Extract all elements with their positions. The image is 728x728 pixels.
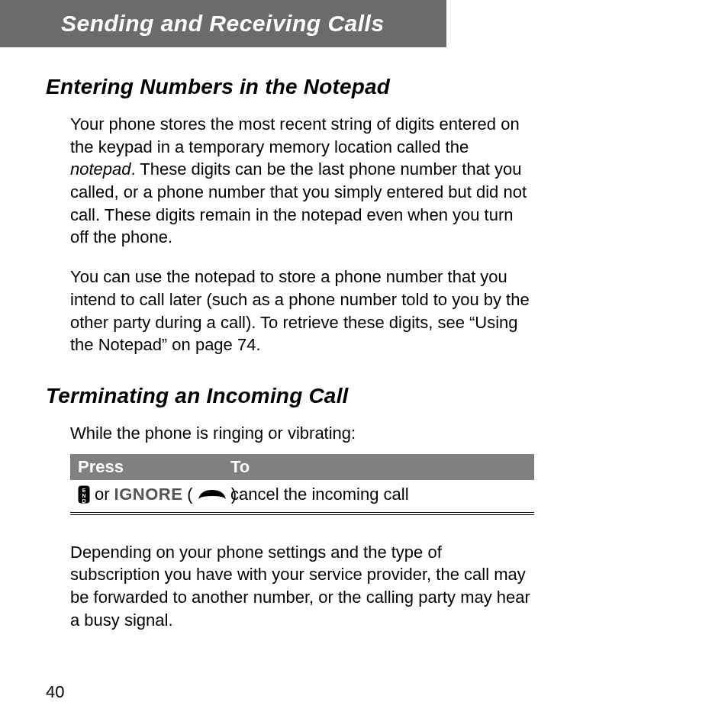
notepad-paragraph-2: You can use the notepad to store a phone… (70, 266, 534, 356)
page-number: 40 (46, 682, 64, 702)
content-area: Entering Numbers in the Notepad Your pho… (46, 75, 534, 631)
chapter-title: Sending and Receiving Calls (61, 11, 385, 36)
keyword-notepad: notepad (70, 159, 131, 179)
terminate-intro: While the phone is ringing or vibrating: (70, 422, 534, 445)
heading-terminating-call: Terminating an Incoming Call (46, 384, 534, 408)
notepad-paragraph-1: Your phone stores the most recent string… (70, 113, 534, 249)
press-to-table: Press To E N D or IGNORE ( (70, 454, 534, 515)
terminate-followup-paragraph: Depending on your phone settings and the… (70, 541, 534, 632)
or-labelConnector: or (95, 485, 110, 504)
table-header-press: Press (78, 457, 230, 477)
lparen: ( (187, 485, 192, 504)
text-run: Your phone stores the most recent string… (70, 114, 520, 156)
svg-text:N: N (82, 493, 85, 498)
svg-text:E: E (82, 488, 86, 493)
text-run: . These digits can be the last phone num… (70, 159, 527, 246)
svg-text:D: D (82, 498, 85, 504)
page: { "banner": { "title": "Sending and Rece… (0, 0, 728, 728)
table-row: E N D or IGNORE ( ) cance (70, 480, 534, 515)
end-key-icon: E N D (78, 485, 90, 504)
table-cell-press: E N D or IGNORE ( ) (78, 485, 230, 504)
heading-entering-numbers: Entering Numbers in the Notepad (46, 75, 534, 99)
ignore-softkey-label: IGNORE (114, 485, 183, 504)
chapter-banner: Sending and Receiving Calls (0, 0, 446, 47)
table-header-to: To (230, 457, 527, 477)
table-cell-to: cancel the incoming call (230, 485, 527, 504)
softkey-icon (198, 488, 227, 501)
table-header: Press To (70, 454, 534, 480)
